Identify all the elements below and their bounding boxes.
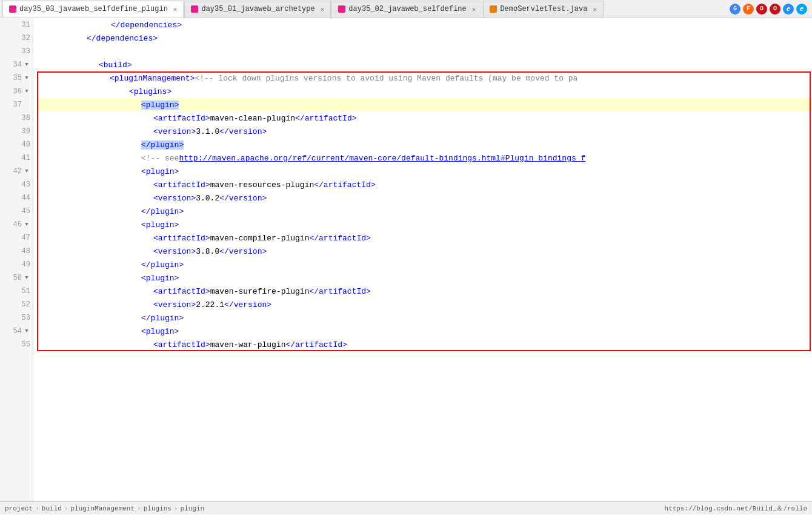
gutter-row-55: 55 [0, 338, 33, 351]
code-tag-open-artifactid-55: <artifactId> [153, 340, 210, 349]
tab-demoservlet[interactable]: DemoServletTest.java ✕ [483, 1, 604, 18]
gutter-row-51: 51 [0, 285, 33, 298]
breadcrumb-pluginmanagement: pluginManagement [70, 505, 135, 512]
fold-icon-54[interactable]: ▼ [23, 328, 30, 335]
gutter-row-37: 37 ▼ [0, 98, 33, 111]
browser-icons: G F O O e e [730, 4, 812, 15]
gutter-row-41: 41 [0, 151, 33, 165]
line-num-45: 45 [18, 207, 30, 216]
gutter-row-43: 43 [0, 178, 33, 191]
code-link-41[interactable]: http://maven.apache.org/ref/current/mave… [179, 154, 585, 163]
fold-icon-46[interactable]: ▼ [23, 221, 30, 228]
code-line-36: <plugins> [38, 85, 812, 98]
code-line-35: <pluginManagement><!-- lock down plugins… [38, 71, 812, 85]
code-content[interactable]: </dependencies> </dependencies> <build> [33, 18, 812, 501]
tab-icon-3 [338, 5, 345, 13]
line-num-32: 32 [18, 34, 30, 42]
firefox-icon[interactable]: F [743, 4, 754, 15]
tab-close-3[interactable]: ✕ [472, 5, 476, 13]
gutter-row-35: 35 ▼ [0, 71, 33, 85]
tab-day35-02[interactable]: day35_02_javaweb_selfdefine ✕ [331, 1, 482, 18]
code-line-55: <artifactId>maven-war-plugin</artifactId… [38, 338, 812, 351]
breadcrumb-build: build [42, 505, 62, 512]
tab-label-3: day35_02_javaweb_selfdefine [348, 5, 466, 13]
code-tag-open-artifactid-43: <artifactId> [153, 180, 210, 190]
tab-icon-2 [191, 5, 198, 13]
breadcrumb-sep-3: › [137, 505, 141, 512]
code-tag-plugin-46: <plugin> [141, 220, 179, 229]
editor-window: day35_03_javaweb_selfdefine_plugin ✕ day… [0, 0, 812, 515]
line-num-49: 49 [18, 260, 30, 269]
code-text-32: </dependencies> [87, 34, 158, 43]
tab-day35-03[interactable]: day35_03_javaweb_selfdefine_plugin ✕ [2, 1, 184, 18]
code-tag-close-version-48: </version> [219, 247, 267, 256]
opera-icon[interactable]: O [756, 4, 767, 15]
line-num-48: 48 [18, 247, 30, 256]
code-comment-41a: <!-- see [141, 154, 179, 163]
gutter-row-49: 49 [0, 258, 33, 271]
code-text-artifact-38: maven-clean-plugin [210, 114, 295, 123]
code-text-version-39: 3.1.0 [196, 127, 219, 136]
tab-close-2[interactable]: ✕ [321, 5, 325, 13]
breadcrumb-sep-4: › [174, 505, 178, 512]
code-tag-plugin-37: <plugin> [141, 101, 179, 110]
edge-icon[interactable]: e [796, 4, 807, 15]
line-num-54: 54 [10, 327, 22, 335]
code-line-52: <version>2.22.1</version> [38, 298, 812, 311]
code-line-48: <version>3.8.0</version> [38, 245, 812, 258]
line-gutter: 31 32 33 34 ▼ 35 ▼ [0, 18, 33, 501]
tab-icon-4 [490, 5, 497, 13]
code-line-47: <artifactId>maven-compiler-plugin</artif… [38, 231, 812, 245]
line-num-44: 44 [18, 194, 30, 202]
line-num-37: 37 [10, 101, 22, 109]
code-tag-plugin-54: <plugin> [141, 327, 179, 336]
gutter-row-46: 46 ▼ [0, 218, 33, 231]
opera2-icon[interactable]: O [770, 4, 780, 15]
gutter-row-44: 44 [0, 191, 33, 205]
fold-icon-36[interactable]: ▼ [23, 88, 30, 95]
fold-icon-50[interactable]: ▼ [23, 274, 30, 282]
gutter-row-50: 50 ▼ [0, 271, 33, 285]
code-area: 31 32 33 34 ▼ 35 ▼ [0, 18, 812, 501]
gutter-row-34: 34 ▼ [0, 58, 33, 71]
tab-close-4[interactable]: ✕ [593, 5, 597, 13]
chrome-icon[interactable]: G [730, 4, 740, 15]
tab-close-1[interactable]: ✕ [173, 5, 178, 13]
code-text-version-48: 3.8.0 [196, 247, 219, 256]
line-num-35: 35 [10, 74, 22, 82]
code-text-31: </dependencies> [111, 21, 182, 30]
code-tag-open-artifactid-38: <artifactId> [153, 114, 210, 123]
code-tag-open-version-44: <version> [153, 194, 196, 203]
tab-day35-01[interactable]: day35_01_javaweb_archetype ✕ [184, 1, 331, 18]
gutter-row-53: 53 [0, 311, 33, 325]
code-line-38: <artifactId>maven-clean-plugin</artifact… [38, 111, 812, 125]
code-line-51: <artifactId>maven-surefire-plugin</artif… [38, 285, 812, 298]
ie-icon[interactable]: e [783, 4, 794, 15]
code-line-43: <artifactId>maven-resources-plugin</arti… [38, 178, 812, 191]
line-num-31: 31 [18, 21, 30, 29]
code-line-41: <!-- see http://maven.apache.org/ref/cur… [38, 151, 812, 165]
code-tag-close-artifactid-51: </artifactId> [309, 287, 370, 296]
fold-icon-34[interactable]: ▼ [23, 61, 30, 68]
code-tag-close-plugin-49: </plugin> [141, 260, 184, 269]
gutter-row-40: 40 [0, 138, 33, 151]
line-num-46: 46 [10, 220, 22, 229]
code-tag-plugin-50: <plugin> [141, 274, 179, 283]
line-num-33: 33 [18, 47, 30, 56]
gutter-row-48: 48 [0, 245, 33, 258]
gutter-row-38: 38 [0, 111, 33, 125]
fold-icon-35[interactable]: ▼ [23, 74, 30, 82]
tab-label-4: DemoServletTest.java [500, 5, 587, 13]
code-tag-plugin-42: <plugin> [141, 167, 179, 176]
fold-icon-42[interactable]: ▼ [23, 168, 30, 175]
code-line-37: <plugin> [38, 98, 812, 111]
breadcrumb: project › build › pluginManagement › plu… [5, 505, 204, 512]
code-text-version-52: 2.22.1 [196, 300, 224, 309]
code-tag-open-artifactid-47: <artifactId> [153, 234, 210, 243]
code-tag-close-version-39: </version> [219, 127, 267, 136]
code-tag-open-version-48: <version> [153, 247, 196, 256]
code-tag-close-plugin-40: </plugin> [141, 140, 184, 150]
code-tag-close-version-44: </version> [219, 194, 267, 203]
code-tag-open-version-39: <version> [153, 127, 196, 136]
code-editor: 31 32 33 34 ▼ 35 ▼ [0, 18, 812, 515]
